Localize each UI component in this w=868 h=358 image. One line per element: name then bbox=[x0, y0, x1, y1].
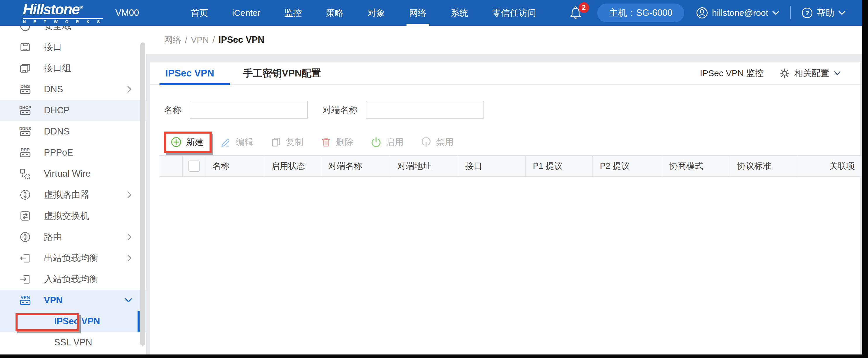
nav-object[interactable]: 对象 bbox=[355, 0, 397, 26]
chevron-down-icon bbox=[124, 297, 133, 304]
sidebar-item-security-zone-clipped[interactable]: 安全域 bbox=[0, 26, 146, 37]
svg-text:DDNS: DDNS bbox=[19, 126, 31, 131]
sidebar-item-virtual-switch[interactable]: 虚拟交换机 bbox=[0, 205, 146, 226]
col-p2-proposal: P2 提议 bbox=[593, 156, 662, 176]
name-filter-input[interactable] bbox=[190, 101, 308, 119]
annotation-box-new-button: 新建 bbox=[164, 132, 212, 153]
table-header-row: 名称 启用状态 对端名称 对端地址 接口 P1 提议 P2 提议 协商模式 协议… bbox=[159, 155, 860, 177]
nav-system[interactable]: 系统 bbox=[439, 0, 480, 26]
gear-icon bbox=[779, 68, 790, 79]
col-peer-name: 对端名称 bbox=[321, 156, 391, 176]
tab-manual-key-vpn[interactable]: 手工密钥VPN配置 bbox=[243, 62, 321, 84]
col-protocol-standard: 协议标准 bbox=[730, 156, 797, 176]
sidebar-item-ddns[interactable]: DDNS DDNS bbox=[0, 121, 146, 142]
user-icon bbox=[696, 7, 708, 19]
chevron-right-icon bbox=[126, 254, 133, 263]
copy-button[interactable]: 复制 bbox=[271, 136, 304, 148]
tab-ipsec-vpn[interactable]: IPSec VPN bbox=[165, 62, 214, 84]
dns-icon: DNS bbox=[19, 83, 32, 96]
svg-text:VPN: VPN bbox=[21, 295, 30, 300]
help-chevron-down-icon bbox=[838, 10, 846, 16]
sidebar-item-routing[interactable]: 路由 bbox=[0, 226, 146, 248]
sidebar-item-pppoe[interactable]: PPP PPPoE bbox=[0, 142, 146, 163]
nav-icenter[interactable]: iCenter bbox=[220, 0, 273, 26]
sidebar-item-ipsec-vpn[interactable]: IPSec VPN bbox=[0, 311, 146, 332]
power-off-icon bbox=[421, 137, 432, 148]
sidebar-item-outbound-lb[interactable]: 出站负载均衡 bbox=[0, 248, 146, 269]
breadcrumb-vpn[interactable]: VPN bbox=[191, 35, 209, 45]
chevron-right-icon bbox=[126, 85, 133, 94]
virtual-router-icon bbox=[19, 188, 32, 201]
active-tab-underline bbox=[159, 83, 230, 85]
outbound-lb-icon bbox=[19, 252, 32, 265]
disable-button[interactable]: 禁用 bbox=[421, 136, 454, 148]
sidebar-item-virtual-wire[interactable]: Virtual Wire bbox=[0, 163, 146, 184]
nav-network[interactable]: 网络 bbox=[397, 0, 439, 26]
nav-zero-trust[interactable]: 零信任访问 bbox=[480, 0, 548, 26]
user-name: hillstone@root bbox=[712, 8, 768, 18]
col-interface: 接口 bbox=[458, 156, 526, 176]
logo-subtitle: N E T W O R K S bbox=[23, 18, 103, 24]
col-expander bbox=[159, 156, 183, 176]
nav-policy[interactable]: 策略 bbox=[314, 0, 355, 26]
active-item-indicator bbox=[137, 311, 140, 332]
select-all-checkbox[interactable] bbox=[188, 161, 199, 172]
peer-name-filter-label: 对端名称 bbox=[322, 104, 358, 116]
related-config-menu[interactable]: 相关配置 bbox=[779, 67, 841, 79]
svg-text:?: ? bbox=[805, 9, 809, 17]
sidebar-item-virtual-router[interactable]: 虚拟路由器 bbox=[0, 184, 146, 205]
sidebar-item-interface-group[interactable]: 接口组 bbox=[0, 58, 146, 79]
host-selector-button[interactable]: 主机：SG-6000 bbox=[597, 3, 684, 22]
name-filter-label: 名称 bbox=[164, 104, 181, 116]
related-config-label: 相关配置 bbox=[794, 67, 829, 79]
tab-right-actions: IPSec VPN 监控 相关配置 bbox=[700, 62, 841, 84]
pppoe-icon: PPP bbox=[19, 146, 32, 159]
nav-home[interactable]: 首页 bbox=[179, 0, 220, 26]
nav-monitor[interactable]: 监控 bbox=[273, 0, 314, 26]
pencil-icon bbox=[220, 137, 231, 148]
breadcrumb-network[interactable]: 网络 bbox=[164, 35, 181, 45]
logo-text: Hillstone bbox=[23, 1, 79, 18]
main-nav: 首页 iCenter 监控 策略 对象 网络 系统 零信任访问 bbox=[179, 0, 548, 26]
enable-button[interactable]: 启用 bbox=[371, 136, 404, 148]
sidebar-item-dns[interactable]: DNS DNS bbox=[0, 79, 146, 100]
sidebar-item-ssl-vpn[interactable]: SSL VPN bbox=[0, 332, 146, 353]
virtual-wire-icon bbox=[19, 167, 32, 180]
plus-circle-icon bbox=[170, 137, 182, 148]
breadcrumb-current: IPSec VPN bbox=[218, 34, 264, 45]
help-label: 帮助 bbox=[817, 7, 834, 19]
col-enable-status: 启用状态 bbox=[264, 156, 321, 176]
trash-icon bbox=[320, 137, 332, 148]
sidebar-item-interface[interactable]: 接口 bbox=[0, 37, 146, 58]
sidebar-menu: 安全域 接口 接口组 bbox=[0, 26, 146, 355]
top-nav-bar: Hillstone® N E T W O R K S VM00 首页 iCent… bbox=[0, 0, 868, 26]
col-peer-address: 对端地址 bbox=[391, 156, 458, 176]
help-icon: ? bbox=[801, 7, 813, 19]
routing-icon bbox=[19, 230, 32, 244]
svg-text:DNS: DNS bbox=[21, 84, 30, 89]
col-name: 名称 bbox=[206, 156, 264, 176]
hillstone-logo[interactable]: Hillstone® N E T W O R K S bbox=[23, 2, 103, 24]
notification-badge: 2 bbox=[579, 2, 589, 13]
help-menu[interactable]: ? 帮助 bbox=[801, 7, 846, 19]
topbar-divider bbox=[790, 6, 791, 19]
sidebar-list: 安全域 接口 接口组 bbox=[0, 26, 146, 353]
device-name: VM00 bbox=[115, 8, 139, 18]
col-select bbox=[183, 156, 206, 176]
ipsec-monitor-link[interactable]: IPSec VPN 监控 bbox=[700, 67, 764, 79]
peer-name-filter-input[interactable] bbox=[366, 101, 484, 119]
notification-bell[interactable]: 2 bbox=[569, 6, 582, 20]
delete-button[interactable]: 删除 bbox=[320, 136, 353, 148]
edit-button[interactable]: 编辑 bbox=[220, 136, 253, 148]
new-button[interactable]: 新建 bbox=[170, 136, 204, 148]
user-menu[interactable]: hillstone@root bbox=[696, 7, 780, 19]
breadcrumb: 网络/VPN/IPSec VPN bbox=[146, 34, 264, 46]
sidebar-item-dhcp[interactable]: DHCP DHCP bbox=[0, 100, 146, 121]
window-right-edge bbox=[862, 0, 868, 358]
sidebar-item-vpn[interactable]: VPN VPN bbox=[0, 290, 146, 311]
copy-icon bbox=[271, 137, 282, 148]
filter-row: 名称 对端名称 bbox=[164, 100, 484, 119]
user-chevron-down-icon bbox=[772, 10, 780, 16]
sidebar-scrollbar[interactable] bbox=[140, 43, 145, 346]
sidebar-item-inbound-lb[interactable]: 入站负载均衡 bbox=[0, 269, 146, 290]
